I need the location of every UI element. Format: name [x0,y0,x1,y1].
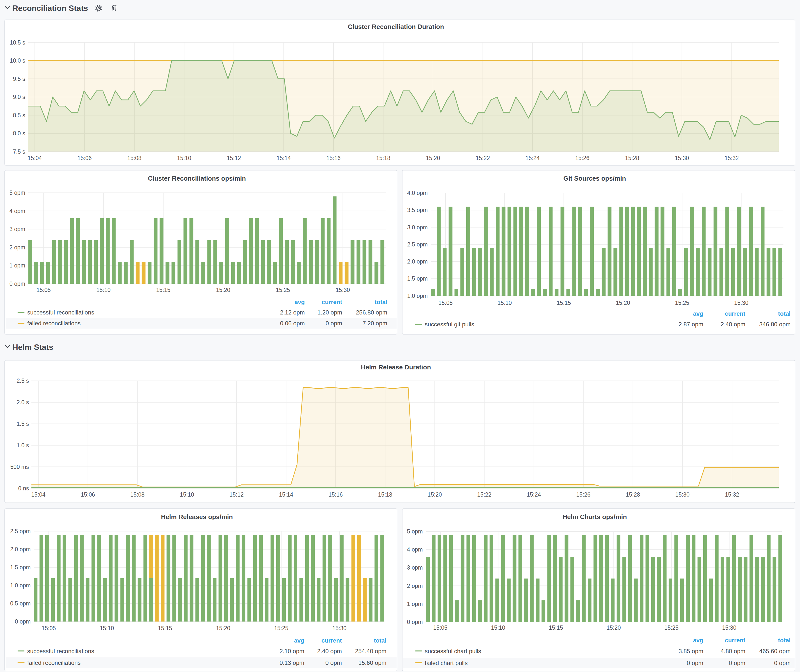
svg-text:successful chart pulls: successful chart pulls [425,648,481,654]
svg-text:3.0 opm: 3.0 opm [407,224,428,230]
svg-text:15:24: 15:24 [526,491,541,498]
svg-text:failed chart pulls: failed chart pulls [425,660,467,666]
svg-text:3 opm: 3 opm [10,226,25,232]
svg-text:15:30: 15:30 [722,624,736,631]
svg-text:15:20: 15:20 [216,625,230,631]
svg-text:failed reconciliations: failed reconciliations [27,659,81,666]
svg-text:4.80 opm: 4.80 opm [721,648,745,654]
svg-text:15:32: 15:32 [725,491,739,498]
svg-text:15:20: 15:20 [216,287,230,293]
svg-text:15:04: 15:04 [31,491,45,498]
svg-text:0.13 opm: 0.13 opm [280,659,304,666]
svg-text:15:26: 15:26 [576,491,591,498]
svg-text:avg: avg [693,310,703,317]
svg-text:5 opm: 5 opm [10,190,25,196]
svg-text:15:25: 15:25 [675,300,690,306]
svg-text:15:24: 15:24 [525,155,540,161]
svg-text:9.5 s: 9.5 s [13,76,25,82]
svg-text:15:14: 15:14 [277,155,291,161]
svg-text:1.0 opm: 1.0 opm [10,582,31,589]
svg-text:successful reconciliations: successful reconciliations [27,309,94,316]
svg-text:15:16: 15:16 [326,155,341,161]
svg-text:15.60 opm: 15.60 opm [358,659,386,666]
svg-text:15:22: 15:22 [477,491,491,498]
svg-text:0.5 opm: 0.5 opm [10,600,31,607]
svg-text:4.0 opm: 4.0 opm [407,190,428,196]
svg-text:15:12: 15:12 [229,491,244,498]
svg-text:1.0 s: 1.0 s [17,442,29,449]
svg-text:avg: avg [294,637,304,644]
svg-text:15:12: 15:12 [227,155,241,161]
svg-text:15:32: 15:32 [725,155,739,161]
svg-text:2.10 opm: 2.10 opm [280,648,304,654]
svg-text:15:25: 15:25 [276,287,290,293]
svg-text:7.5 s: 7.5 s [13,149,25,155]
svg-text:0.06 opm: 0.06 opm [280,320,305,326]
svg-text:2.0 opm: 2.0 opm [407,258,428,265]
svg-text:current: current [725,310,745,317]
svg-text:Helm Charts ops/min: Helm Charts ops/min [563,513,627,521]
svg-text:15:28: 15:28 [626,491,640,498]
svg-text:current: current [322,637,342,644]
svg-text:15:15: 15:15 [158,625,172,631]
svg-text:2.5 opm: 2.5 opm [10,528,31,534]
svg-text:2.0 s: 2.0 s [17,399,29,406]
svg-text:15:26: 15:26 [575,155,589,161]
svg-text:10.0 s: 10.0 s [10,58,25,64]
svg-text:15:22: 15:22 [476,155,490,161]
svg-text:15:30: 15:30 [336,287,350,293]
svg-text:8.0 s: 8.0 s [13,130,25,137]
svg-text:0 opm: 0 opm [15,618,31,625]
svg-text:5 opm: 5 opm [407,528,423,535]
svg-text:15:25: 15:25 [664,624,679,631]
svg-text:4 opm: 4 opm [407,546,423,553]
svg-text:1.5 opm: 1.5 opm [10,564,31,571]
svg-text:15:30: 15:30 [675,491,690,498]
svg-text:successful git pulls: successful git pulls [425,321,474,328]
svg-text:Git Sources ops/min: Git Sources ops/min [563,175,626,182]
svg-text:15:05: 15:05 [42,625,56,631]
svg-text:2.5 opm: 2.5 opm [407,241,428,248]
svg-text:10.5 s: 10.5 s [10,39,25,46]
svg-text:total: total [778,637,790,643]
svg-text:15:15: 15:15 [557,300,571,306]
svg-text:15:05: 15:05 [37,287,51,293]
svg-text:Helm Release Duration: Helm Release Duration [361,363,431,371]
svg-text:15:30: 15:30 [332,625,347,631]
svg-text:15:15: 15:15 [156,287,170,293]
svg-text:2 opm: 2 opm [10,244,25,251]
svg-text:15:10: 15:10 [491,624,506,631]
svg-text:current: current [725,637,745,643]
svg-text:15:20: 15:20 [426,155,440,161]
svg-text:15:30: 15:30 [734,300,749,306]
svg-text:15:18: 15:18 [376,155,390,161]
svg-text:15:08: 15:08 [130,491,145,498]
svg-text:15:10: 15:10 [498,300,512,306]
svg-text:15:05: 15:05 [433,624,448,631]
svg-text:Helm Stats: Helm Stats [12,343,53,352]
svg-text:15:10: 15:10 [96,287,110,293]
svg-text:0 opm: 0 opm [325,659,342,666]
svg-text:2 opm: 2 opm [407,583,423,589]
svg-text:current: current [322,299,342,305]
svg-text:15:06: 15:06 [77,155,92,161]
svg-text:500 ms: 500 ms [10,464,29,470]
svg-text:4 opm: 4 opm [10,208,25,214]
svg-text:15:06: 15:06 [81,491,95,498]
svg-text:15:04: 15:04 [28,155,42,161]
svg-text:0 opm: 0 opm [687,660,703,666]
svg-text:total: total [375,299,387,305]
svg-text:15:10: 15:10 [100,625,114,631]
svg-text:15:05: 15:05 [438,300,453,306]
svg-text:1 opm: 1 opm [407,601,423,607]
svg-text:15:18: 15:18 [378,491,392,498]
svg-text:9.0 s: 9.0 s [13,94,25,100]
svg-text:0 opm: 0 opm [407,619,423,625]
svg-text:2.12 opm: 2.12 opm [280,309,305,316]
svg-text:1.5 s: 1.5 s [17,421,29,427]
svg-text:8.5 s: 8.5 s [13,112,25,118]
svg-text:15:20: 15:20 [606,624,621,631]
svg-text:1.5 opm: 1.5 opm [407,275,428,282]
svg-text:Cluster Reconciliations ops/mi: Cluster Reconciliations ops/min [148,175,246,182]
svg-text:0 opm: 0 opm [326,320,342,326]
